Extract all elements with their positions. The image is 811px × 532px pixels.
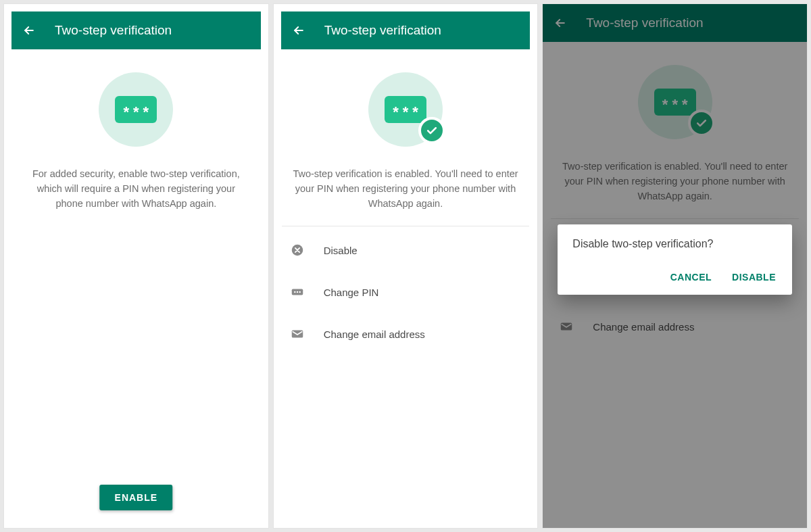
pin-card-icon: *** xyxy=(385,96,426,123)
svg-point-2 xyxy=(294,291,295,293)
screen-enable: Two-step verification *** For added secu… xyxy=(4,4,268,528)
hero: *** For added security, enable two-step … xyxy=(4,49,268,211)
appbar: Two-step verification xyxy=(281,11,531,49)
menu-item-label: Change PIN xyxy=(324,287,379,298)
disable-button[interactable]: DISABLE xyxy=(731,268,777,287)
back-arrow-icon[interactable] xyxy=(292,24,305,37)
svg-point-4 xyxy=(299,291,300,293)
pin-badge-enabled: *** xyxy=(368,72,443,147)
menu-item-change-email[interactable]: Change email address xyxy=(274,313,538,355)
screen-manage: Two-step verification *** Two-step verif… xyxy=(274,4,538,528)
menu-item-label: Change email address xyxy=(324,329,425,340)
menu-item-change-pin[interactable]: Change PIN xyxy=(274,271,538,313)
hero: *** Two-step verification is enabled. Yo… xyxy=(274,49,538,211)
enable-button[interactable]: ENABLE xyxy=(100,485,173,510)
checkmark-icon xyxy=(418,117,445,144)
back-arrow-icon[interactable] xyxy=(22,24,36,37)
dialog-title: Disable two-step verification? xyxy=(572,238,777,250)
menu-item-disable[interactable]: Disable xyxy=(274,229,538,271)
appbar: Two-step verification xyxy=(11,11,261,49)
options-menu: Disable Change PIN Change email address xyxy=(274,226,538,355)
description-text: Two-step verification is enabled. You'll… xyxy=(274,167,538,211)
appbar-title: Two-step verification xyxy=(55,23,172,38)
pin-badge: *** xyxy=(99,72,173,147)
screen-confirm-dialog: Two-step verification *** Two-step verif… xyxy=(543,4,807,528)
confirm-dialog: Disable two-step verification? CANCEL DI… xyxy=(558,224,792,295)
pin-dots-icon xyxy=(290,285,305,299)
close-circle-icon xyxy=(290,243,305,258)
cancel-button[interactable]: CANCEL xyxy=(669,268,713,287)
description-text: For added security, enable two-step veri… xyxy=(4,167,268,211)
menu-item-label: Disable xyxy=(324,245,358,256)
appbar-title: Two-step verification xyxy=(324,23,441,38)
svg-point-3 xyxy=(296,291,297,293)
pin-card-icon: *** xyxy=(115,96,157,123)
email-icon xyxy=(290,327,305,341)
